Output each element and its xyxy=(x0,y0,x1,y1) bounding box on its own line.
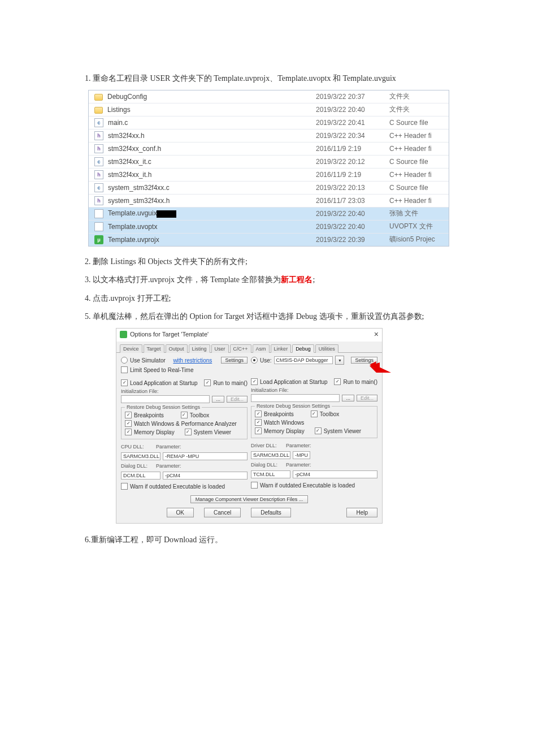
sim-warn-check[interactable] xyxy=(121,483,128,490)
step-3-red: 新工程名 xyxy=(281,275,312,284)
tgt-run-main-check[interactable] xyxy=(334,378,341,385)
tgt-warn-label: Warn if outdated Executable is loaded xyxy=(260,482,355,489)
file-type: 文件夹 xyxy=(389,105,449,114)
tab-linker[interactable]: Linker xyxy=(271,344,292,353)
tgt-browse-button[interactable]: ... xyxy=(342,395,354,401)
tab-debug[interactable]: Debug xyxy=(292,344,314,353)
file-row[interactable]: hsystem_stm32f4xx.h2016/11/7 23:03C++ He… xyxy=(89,195,449,208)
tgt-toolbox-check[interactable] xyxy=(311,411,318,417)
file-name: main.c xyxy=(107,119,316,127)
file-type: C++ Header fi xyxy=(389,145,449,153)
cancel-button[interactable]: Cancel xyxy=(204,508,241,517)
sim-browse-button[interactable]: ... xyxy=(212,396,224,403)
target-column: Use: CMSIS-DAP Debugger ▼ Settings Load … xyxy=(251,356,377,491)
sim-dlgdll-label: Dialog DLL: xyxy=(121,463,154,469)
file-list: DebugConfig2019/3/22 20:37文件夹Listings201… xyxy=(88,90,449,247)
file-date: 2019/3/22 20:40 xyxy=(316,223,389,231)
dialog-titlebar: Options for Target 'Template' × xyxy=(116,329,382,342)
tab-listing[interactable]: Listing xyxy=(189,344,210,353)
h-icon: h xyxy=(94,131,103,140)
file-icon xyxy=(94,222,103,231)
sim-watch-check[interactable] xyxy=(125,420,132,427)
tgt-breakpoints-check[interactable] xyxy=(255,411,262,417)
drv-dll-label: Driver DLL: xyxy=(251,443,284,448)
file-row[interactable]: Listings2019/3/22 20:40文件夹 xyxy=(89,103,449,116)
use-simulator-radio[interactable] xyxy=(121,357,128,364)
file-icon xyxy=(94,209,103,218)
tgt-dlgparam-input[interactable]: -pCM4 xyxy=(293,470,377,478)
debugger-select[interactable]: CMSIS-DAP Debugger xyxy=(274,356,333,364)
file-date: 2019/3/22 20:40 xyxy=(316,210,389,218)
sim-dlgdll-input[interactable]: DCM.DLL xyxy=(121,472,160,479)
tab-cc[interactable]: C/C++ xyxy=(230,344,251,353)
file-row[interactable]: cstm32f4xx_it.c2019/3/22 20:12C Source f… xyxy=(89,155,449,169)
limit-speed-check[interactable] xyxy=(121,366,128,373)
file-type: C++ Header fi xyxy=(389,171,449,179)
sim-sysview-check[interactable] xyxy=(185,429,192,435)
tgt-watch-check[interactable] xyxy=(255,419,262,426)
file-date: 2019/3/22 20:41 xyxy=(316,119,389,127)
file-row[interactable]: hstm32f4xx_it.h2016/11/9 2:19C++ Header … xyxy=(89,169,449,182)
tgt-load-app-label: Load Application at Startup xyxy=(260,379,328,385)
file-name: stm32f4xx_it.h xyxy=(107,171,316,179)
help-button[interactable]: Help xyxy=(346,508,377,517)
file-row[interactable]: cmain.c2019/3/22 20:41C Source file xyxy=(89,116,449,129)
cpu-param-input[interactable]: -REMAP -MPU xyxy=(163,452,248,460)
manage-cvdf-button[interactable]: Manage Component Viewer Description File… xyxy=(190,495,308,503)
red-arrow-annotation xyxy=(368,360,391,374)
file-name: stm32f4xx_conf.h xyxy=(107,145,316,153)
sim-load-app-check[interactable] xyxy=(121,379,128,386)
sim-run-main-check[interactable] xyxy=(204,379,211,386)
drv-param-input[interactable]: -MPU xyxy=(293,451,310,459)
tgt-dlgdll-input[interactable]: TCM.DLL xyxy=(251,470,290,478)
file-row[interactable]: hstm32f4xx.h2019/3/22 20:34C++ Header fi xyxy=(89,129,449,142)
file-date: 2016/11/9 2:19 xyxy=(316,145,389,153)
sim-initfile-input[interactable] xyxy=(121,395,210,403)
sim-breakpoints-check[interactable] xyxy=(125,412,132,418)
file-row[interactable]: μTemplate.uvprojx2019/3/22 20:39礦ision5 … xyxy=(89,234,449,246)
restrictions-link[interactable]: with restrictions xyxy=(173,357,212,364)
h-icon: h xyxy=(94,144,103,153)
file-type: C Source file xyxy=(389,158,449,166)
cpu-param-label: Parameter: xyxy=(156,444,181,450)
defaults-button[interactable]: Defaults xyxy=(251,508,291,517)
tgt-warn-check[interactable] xyxy=(251,482,258,489)
tgt-initfile-input[interactable] xyxy=(251,394,340,402)
file-row[interactable]: DebugConfig2019/3/22 20:37文件夹 xyxy=(89,90,449,103)
sim-load-app-label: Load Application at Startup xyxy=(130,380,198,386)
tab-output[interactable]: Output xyxy=(166,344,188,353)
chevron-down-icon[interactable]: ▼ xyxy=(335,356,344,365)
sim-memory-check[interactable] xyxy=(125,429,132,435)
tab-asm[interactable]: Asm xyxy=(253,344,270,353)
tgt-load-app-check[interactable] xyxy=(251,378,258,385)
sim-dlgparam-input[interactable]: -pCM4 xyxy=(163,472,248,479)
tgt-watch-label: Watch Windows xyxy=(264,420,304,426)
tab-target[interactable]: Target xyxy=(144,344,164,353)
file-row[interactable]: hstm32f4xx_conf.h2016/11/9 2:19C++ Heade… xyxy=(89,142,449,155)
drv-param-label: Parameter: xyxy=(286,443,311,448)
file-type: C++ Header fi xyxy=(389,132,449,140)
file-name: DebugConfig xyxy=(106,93,316,101)
file-row[interactable]: Template.uvguix2019/3/22 20:40张驰 文件 xyxy=(89,208,449,221)
use-debugger-radio[interactable] xyxy=(251,357,258,364)
file-date: 2019/3/22 20:13 xyxy=(316,184,389,192)
file-row[interactable]: Template.uvoptx2019/3/22 20:40UVOPTX 文件 xyxy=(89,221,449,234)
file-row[interactable]: csystem_stm32f4xx.c2019/3/22 20:13C Sour… xyxy=(89,182,449,195)
ok-button[interactable]: OK xyxy=(167,508,194,517)
tgt-sysview-check[interactable] xyxy=(315,427,322,434)
tab-user[interactable]: User xyxy=(211,344,229,353)
sim-dlgparam-label: Parameter: xyxy=(156,463,181,469)
sim-edit-button[interactable]: Edit... xyxy=(227,396,248,403)
drv-dll-input[interactable]: SARMCM3.DLL xyxy=(251,451,290,459)
tgt-edit-button[interactable]: Edit... xyxy=(357,395,377,401)
sim-toolbox-check[interactable] xyxy=(181,412,188,418)
sim-settings-button[interactable]: Settings xyxy=(221,357,248,364)
cpu-dll-input[interactable]: SARMCM3.DLL xyxy=(121,452,160,460)
close-icon[interactable]: × xyxy=(374,331,379,337)
tab-utilities[interactable]: Utilities xyxy=(315,344,338,353)
sim-restore-legend: Restore Debug Session Settings xyxy=(125,404,202,410)
file-name: Template.uvprojx xyxy=(107,236,316,244)
tgt-memory-check[interactable] xyxy=(255,427,262,434)
limit-speed-label: Limit Speed to Real-Time xyxy=(130,367,193,373)
tab-device[interactable]: Device xyxy=(120,344,142,353)
